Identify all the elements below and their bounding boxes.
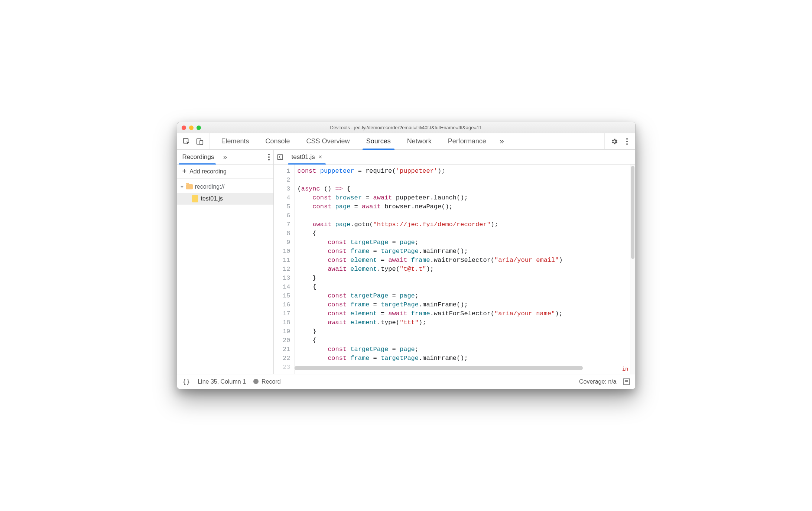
pretty-print-icon[interactable]: {}	[182, 378, 191, 385]
navigator-toggle-icon[interactable]	[274, 150, 286, 164]
folder-icon	[186, 184, 193, 189]
record-button[interactable]: Record	[253, 378, 281, 385]
status-bar: {} Line 35, Column 1 Record Coverage: n/…	[177, 374, 635, 389]
cursor-position: Line 35, Column 1	[198, 378, 246, 385]
tab-sources[interactable]: Sources	[358, 133, 399, 149]
sources-subheader: Recordings » test01.js ×	[177, 150, 635, 165]
horizontal-scrollbar[interactable]	[295, 366, 630, 370]
sources-body: + Add recording recording:// test01.js 1…	[177, 165, 635, 374]
svg-rect-2	[200, 140, 203, 144]
disclosure-triangle-icon[interactable]	[180, 185, 184, 189]
panel-tabs: Elements Console CSS Overview Sources Ne…	[210, 133, 604, 149]
inspect-element-icon[interactable]	[182, 137, 191, 146]
tree-folder-label: recording://	[195, 183, 225, 190]
svg-rect-3	[277, 154, 283, 160]
file-tree: recording:// test01.js	[177, 179, 273, 207]
coverage-status: Coverage: n/a	[579, 378, 617, 385]
navigator-sidebar: + Add recording recording:// test01.js	[177, 165, 274, 374]
editor-area: 1234567891011121314151617181920212223 co…	[274, 165, 635, 374]
record-label: Record	[262, 378, 281, 385]
tab-console[interactable]: Console	[257, 133, 298, 149]
editor-tab-test01[interactable]: test01.js ×	[286, 150, 328, 164]
drawer-toggle-icon[interactable]	[623, 378, 630, 385]
plus-icon: +	[182, 167, 187, 176]
window-titlebar: DevTools - jec.fyi/demo/recorder?email=t…	[177, 122, 635, 133]
js-file-icon	[192, 195, 198, 202]
device-toolbar-icon[interactable]	[196, 137, 204, 146]
vertical-scrollbar[interactable]	[630, 165, 635, 374]
main-toolbar: Elements Console CSS Overview Sources Ne…	[177, 133, 635, 150]
tab-network[interactable]: Network	[399, 133, 440, 149]
record-dot-icon	[253, 379, 259, 384]
tab-css-overview[interactable]: CSS Overview	[298, 133, 358, 149]
tree-file-label: test01.js	[201, 195, 223, 202]
code-content[interactable]: const puppeteer = require('puppeteer');(…	[295, 165, 630, 374]
more-tabs-button[interactable]: »	[494, 133, 509, 149]
tab-performance[interactable]: Performance	[440, 133, 494, 149]
add-recording-button[interactable]: + Add recording	[177, 165, 273, 179]
vertical-scrollbar-thumb[interactable]	[631, 166, 634, 259]
sidebar-tab-recordings[interactable]: Recordings	[177, 150, 220, 164]
tree-folder-recording[interactable]: recording://	[177, 181, 273, 193]
horizontal-scrollbar-thumb[interactable]	[295, 366, 583, 370]
editor-tab-label: test01.js	[292, 153, 315, 161]
window-title: DevTools - jec.fyi/demo/recorder?email=t…	[177, 125, 635, 130]
line-number-gutter: 1234567891011121314151617181920212223	[274, 165, 295, 374]
devtools-window: DevTools - jec.fyi/demo/recorder?email=t…	[177, 122, 636, 389]
tree-file-test01[interactable]: test01.js	[177, 193, 273, 205]
editor-tab-close-icon[interactable]: ×	[319, 154, 322, 160]
sidebar-kebab-icon[interactable]	[264, 150, 273, 164]
main-menu-kebab-icon[interactable]	[625, 137, 629, 146]
settings-gear-icon[interactable]	[611, 138, 618, 145]
sidebar-tabs-more-button[interactable]: »	[220, 150, 231, 164]
overflow-hint: in	[622, 366, 629, 372]
tab-elements[interactable]: Elements	[213, 133, 257, 149]
add-recording-label: Add recording	[189, 168, 227, 175]
